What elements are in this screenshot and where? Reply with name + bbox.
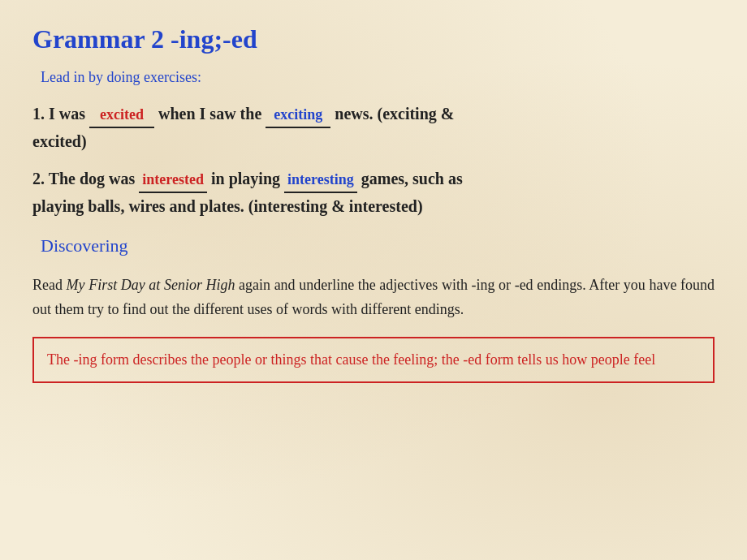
exercise-1-blank1: excited: [89, 103, 154, 128]
exercise-2-middle: in playing: [207, 170, 284, 187]
exercise-2-number: 2.: [32, 170, 45, 187]
reading-instructions: Read My First Day at Senior High again a…: [32, 273, 715, 322]
exercise-1-blank2: exciting: [266, 103, 330, 128]
grammar-note-text: The -ing form describes the people or th…: [47, 351, 655, 368]
exercise-2-blank1: interested: [139, 168, 207, 193]
book-title: My First Day at Senior High: [67, 277, 235, 293]
exercise-2-blank2: interesting: [284, 168, 357, 193]
exercise-1-after2: excited): [32, 132, 87, 150]
exercise-1-after: news. (exciting &: [330, 105, 454, 123]
exercise-1-line: 1. I was excited when I saw the exciting…: [32, 101, 715, 128]
exercise-2: 2. The dog was interested in playing int…: [32, 166, 715, 219]
lead-in-text: Lead in by doing exercises:: [41, 69, 715, 86]
page-title: Grammar 2 -ing;-ed: [32, 24, 715, 54]
exercise-2-after: games, such as: [357, 170, 463, 187]
grammar-note: The -ing form describes the people or th…: [32, 337, 715, 383]
exercise-2-before: The dog was: [49, 170, 140, 187]
exercise-1-middle: when I saw the: [154, 105, 266, 123]
exercise-1: 1. I was excited when I saw the exciting…: [32, 101, 715, 154]
exercise-1-number: 1.: [32, 105, 45, 123]
exercise-2-line2: playing balls, wires and plates. (intere…: [32, 193, 715, 219]
discovering-heading: Discovering: [41, 235, 715, 256]
exercise-2-after2: playing balls, wires and plates. (intere…: [32, 197, 423, 215]
exercise-2-line: 2. The dog was interested in playing int…: [32, 166, 715, 193]
exercise-1-before: I was: [49, 105, 89, 123]
exercise-1-line2: excited): [32, 128, 715, 154]
